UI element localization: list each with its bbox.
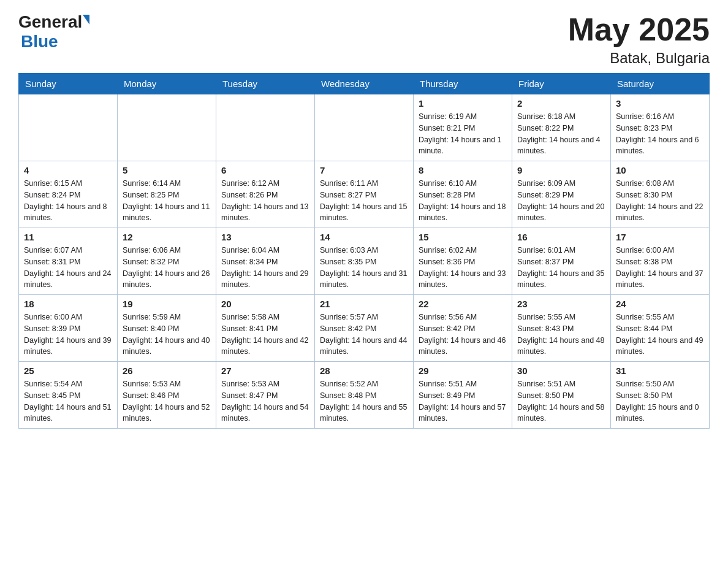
day-number: 11: [24, 232, 112, 242]
day-info: Sunrise: 5:55 AMSunset: 8:44 PMDaylight:…: [616, 312, 704, 358]
day-info: Sunrise: 5:51 AMSunset: 8:49 PMDaylight:…: [419, 378, 507, 424]
calendar-cell: 29Sunrise: 5:51 AMSunset: 8:49 PMDayligh…: [414, 362, 512, 429]
calendar-header-tuesday: Tuesday: [216, 74, 315, 94]
calendar-cell: 12Sunrise: 6:06 AMSunset: 8:32 PMDayligh…: [118, 228, 216, 295]
day-info: Sunrise: 6:14 AMSunset: 8:25 PMDaylight:…: [123, 178, 211, 224]
calendar-header-thursday: Thursday: [414, 74, 512, 94]
page-header: General Blue May 2025 Batak, Bulgaria: [18, 12, 710, 67]
calendar-week-row: 1Sunrise: 6:19 AMSunset: 8:21 PMDaylight…: [19, 94, 710, 161]
day-number: 2: [517, 98, 605, 109]
calendar-cell: 7Sunrise: 6:11 AMSunset: 8:27 PMDaylight…: [315, 161, 414, 228]
calendar-cell: 9Sunrise: 6:09 AMSunset: 8:29 PMDaylight…: [512, 161, 611, 228]
calendar-cell: 11Sunrise: 6:07 AMSunset: 8:31 PMDayligh…: [19, 228, 118, 295]
location-title: Batak, Bulgaria: [568, 50, 710, 67]
day-info: Sunrise: 6:08 AMSunset: 8:30 PMDaylight:…: [616, 178, 704, 224]
day-number: 4: [24, 165, 112, 175]
calendar-cell: 30Sunrise: 5:51 AMSunset: 8:50 PMDayligh…: [512, 362, 611, 429]
calendar-cell: 5Sunrise: 6:14 AMSunset: 8:25 PMDaylight…: [118, 161, 216, 228]
calendar-cell: 19Sunrise: 5:59 AMSunset: 8:40 PMDayligh…: [118, 295, 216, 362]
day-info: Sunrise: 5:50 AMSunset: 8:50 PMDaylight:…: [616, 378, 704, 424]
calendar-cell: 21Sunrise: 5:57 AMSunset: 8:42 PMDayligh…: [315, 295, 414, 362]
day-info: Sunrise: 6:18 AMSunset: 8:22 PMDaylight:…: [517, 111, 605, 157]
day-info: Sunrise: 6:10 AMSunset: 8:28 PMDaylight:…: [419, 178, 507, 224]
day-number: 25: [24, 366, 112, 376]
day-info: Sunrise: 6:00 AMSunset: 8:38 PMDaylight:…: [616, 245, 704, 291]
calendar-cell: 20Sunrise: 5:58 AMSunset: 8:41 PMDayligh…: [216, 295, 315, 362]
day-number: 17: [616, 232, 704, 242]
calendar-cell: 24Sunrise: 5:55 AMSunset: 8:44 PMDayligh…: [611, 295, 710, 362]
day-info: Sunrise: 6:04 AMSunset: 8:34 PMDaylight:…: [221, 245, 309, 291]
day-number: 29: [419, 366, 507, 376]
calendar-cell: 1Sunrise: 6:19 AMSunset: 8:21 PMDaylight…: [414, 94, 512, 161]
day-info: Sunrise: 6:06 AMSunset: 8:32 PMDaylight:…: [123, 245, 211, 291]
day-info: Sunrise: 5:59 AMSunset: 8:40 PMDaylight:…: [123, 312, 211, 358]
calendar-cell: 2Sunrise: 6:18 AMSunset: 8:22 PMDaylight…: [512, 94, 611, 161]
calendar-week-row: 11Sunrise: 6:07 AMSunset: 8:31 PMDayligh…: [19, 228, 710, 295]
day-info: Sunrise: 5:53 AMSunset: 8:46 PMDaylight:…: [123, 378, 211, 424]
day-number: 3: [616, 98, 704, 109]
day-number: 8: [419, 165, 507, 175]
calendar-cell: 16Sunrise: 6:01 AMSunset: 8:37 PMDayligh…: [512, 228, 611, 295]
day-number: 1: [419, 98, 507, 109]
calendar-week-row: 25Sunrise: 5:54 AMSunset: 8:45 PMDayligh…: [19, 362, 710, 429]
calendar-cell: 14Sunrise: 6:03 AMSunset: 8:35 PMDayligh…: [315, 228, 414, 295]
day-number: 30: [517, 366, 605, 376]
day-number: 20: [221, 299, 309, 309]
day-info: Sunrise: 6:02 AMSunset: 8:36 PMDaylight:…: [419, 245, 507, 291]
calendar-cell: 13Sunrise: 6:04 AMSunset: 8:34 PMDayligh…: [216, 228, 315, 295]
day-number: 12: [123, 232, 211, 242]
day-number: 27: [221, 366, 309, 376]
calendar-week-row: 18Sunrise: 6:00 AMSunset: 8:39 PMDayligh…: [19, 295, 710, 362]
month-title: May 2025: [568, 12, 710, 47]
calendar-week-row: 4Sunrise: 6:15 AMSunset: 8:24 PMDaylight…: [19, 161, 710, 228]
day-info: Sunrise: 6:16 AMSunset: 8:23 PMDaylight:…: [616, 111, 704, 157]
day-info: Sunrise: 5:54 AMSunset: 8:45 PMDaylight:…: [24, 378, 112, 424]
calendar-cell: 18Sunrise: 6:00 AMSunset: 8:39 PMDayligh…: [19, 295, 118, 362]
calendar-cell: 27Sunrise: 5:53 AMSunset: 8:47 PMDayligh…: [216, 362, 315, 429]
day-number: 16: [517, 232, 605, 242]
calendar-cell: 22Sunrise: 5:56 AMSunset: 8:42 PMDayligh…: [414, 295, 512, 362]
logo-general-text: General: [18, 12, 82, 32]
calendar-cell: 23Sunrise: 5:55 AMSunset: 8:43 PMDayligh…: [512, 295, 611, 362]
calendar-cell: 3Sunrise: 6:16 AMSunset: 8:23 PMDaylight…: [611, 94, 710, 161]
logo-blue-text: Blue: [21, 32, 58, 51]
calendar-table: SundayMondayTuesdayWednesdayThursdayFrid…: [18, 73, 710, 429]
day-number: 6: [221, 165, 309, 175]
day-info: Sunrise: 6:15 AMSunset: 8:24 PMDaylight:…: [24, 178, 112, 224]
calendar-cell: 17Sunrise: 6:00 AMSunset: 8:38 PMDayligh…: [611, 228, 710, 295]
calendar-cell: 26Sunrise: 5:53 AMSunset: 8:46 PMDayligh…: [118, 362, 216, 429]
calendar-cell: [19, 94, 118, 161]
day-info: Sunrise: 6:19 AMSunset: 8:21 PMDaylight:…: [419, 111, 507, 157]
day-info: Sunrise: 5:51 AMSunset: 8:50 PMDaylight:…: [517, 378, 605, 424]
calendar-header-sunday: Sunday: [19, 74, 118, 94]
calendar-cell: [118, 94, 216, 161]
calendar-header-saturday: Saturday: [611, 74, 710, 94]
calendar-header-monday: Monday: [118, 74, 216, 94]
title-area: May 2025 Batak, Bulgaria: [568, 12, 710, 67]
day-number: 24: [616, 299, 704, 309]
day-number: 22: [419, 299, 507, 309]
logo: General: [18, 12, 89, 32]
calendar-header-wednesday: Wednesday: [315, 74, 414, 94]
calendar-cell: 28Sunrise: 5:52 AMSunset: 8:48 PMDayligh…: [315, 362, 414, 429]
day-info: Sunrise: 5:58 AMSunset: 8:41 PMDaylight:…: [221, 312, 309, 358]
calendar-header-row: SundayMondayTuesdayWednesdayThursdayFrid…: [19, 74, 710, 94]
calendar-header-friday: Friday: [512, 74, 611, 94]
day-info: Sunrise: 6:00 AMSunset: 8:39 PMDaylight:…: [24, 312, 112, 358]
day-info: Sunrise: 6:12 AMSunset: 8:26 PMDaylight:…: [221, 178, 309, 224]
day-number: 9: [517, 165, 605, 175]
calendar-cell: [216, 94, 315, 161]
day-number: 10: [616, 165, 704, 175]
day-info: Sunrise: 5:57 AMSunset: 8:42 PMDaylight:…: [320, 312, 408, 358]
calendar-cell: 4Sunrise: 6:15 AMSunset: 8:24 PMDaylight…: [19, 161, 118, 228]
day-number: 19: [123, 299, 211, 309]
calendar-cell: 31Sunrise: 5:50 AMSunset: 8:50 PMDayligh…: [611, 362, 710, 429]
day-number: 14: [320, 232, 408, 242]
calendar-cell: 8Sunrise: 6:10 AMSunset: 8:28 PMDaylight…: [414, 161, 512, 228]
day-info: Sunrise: 6:09 AMSunset: 8:29 PMDaylight:…: [517, 178, 605, 224]
logo-area: General Blue: [18, 12, 89, 52]
day-number: 26: [123, 366, 211, 376]
day-number: 31: [616, 366, 704, 376]
day-number: 21: [320, 299, 408, 309]
day-number: 13: [221, 232, 309, 242]
